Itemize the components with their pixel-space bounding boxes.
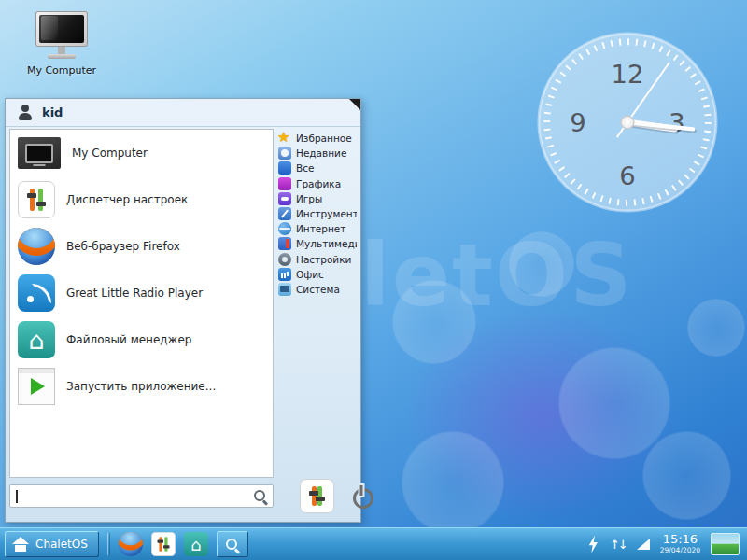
settings-sliders-icon (151, 532, 176, 556)
category-tools[interactable]: Инструменты (278, 206, 357, 221)
settings-manager-button[interactable] (300, 479, 334, 513)
workspace-switcher[interactable] (711, 533, 740, 555)
internet-globe-icon (278, 222, 291, 235)
power-icon (351, 485, 372, 506)
bokeh-circle (402, 431, 504, 534)
category-office[interactable]: Офис (278, 267, 357, 282)
taskbar-time: 15:16 (663, 533, 698, 547)
tools-icon (278, 207, 291, 220)
category-system[interactable]: Система (278, 282, 357, 297)
chaletos-logo-icon (12, 537, 29, 553)
menu-item-settings-manager[interactable]: Диспетчер настроек (10, 176, 273, 223)
category-settings[interactable]: Настройки (278, 252, 357, 267)
taskbar-clock[interactable]: 15:16 29/04/2020 (660, 533, 700, 555)
category-multimedia[interactable]: Мультимедиа (278, 236, 357, 251)
menu-item-run-program[interactable]: Запустить приложение... (10, 363, 273, 410)
multimedia-icon (278, 237, 291, 250)
star-icon (278, 132, 291, 145)
clock-number-6: 6 (619, 161, 635, 190)
category-recent[interactable]: Недавние (278, 146, 357, 161)
system-tray: ↑↓ 15:16 29/04/2020 (587, 533, 742, 555)
category-favorites[interactable]: Избранное (278, 131, 357, 146)
recent-clock-icon (278, 147, 291, 160)
whisker-menu: kid My Computer Диспетчер настроек Веб-б… (5, 98, 361, 523)
settings-gear-icon (278, 253, 291, 266)
graphics-icon (278, 177, 291, 190)
bokeh-circle (687, 299, 745, 357)
taskbar-date: 29/04/2020 (660, 547, 700, 555)
network-signal-icon[interactable] (637, 539, 650, 550)
taskbar-settings-button[interactable] (151, 532, 176, 556)
menu-item-radio-player[interactable]: Great Little Radio Player (10, 270, 273, 316)
firefox-icon (18, 228, 55, 265)
games-icon (278, 192, 291, 205)
category-internet[interactable]: Интернет (278, 221, 357, 236)
menu-resize-grip[interactable] (349, 99, 360, 110)
desktop-icon-label: My Computer (27, 64, 96, 77)
office-icon (278, 268, 291, 281)
category-graphics[interactable]: Графика (278, 176, 357, 191)
taskbar-separator (107, 533, 110, 555)
clock-number-12: 12 (612, 60, 644, 89)
run-program-icon (18, 368, 55, 405)
start-button-label: ChaletOS (35, 538, 88, 551)
menu-app-list: My Computer Диспетчер настроек Веб-брауз… (9, 129, 274, 478)
text-cursor (16, 490, 18, 503)
clock-widget: 12 3 6 9 (536, 31, 719, 214)
computer-icon (18, 137, 61, 169)
all-apps-icon (278, 161, 291, 175)
category-games[interactable]: Игры (278, 191, 357, 206)
search-input[interactable] (9, 484, 274, 508)
menu-category-list: Избранное Недавние Все Графика Игры Инст… (278, 131, 357, 297)
user-icon (17, 105, 34, 121)
home-folder-icon (184, 532, 208, 556)
bokeh-circle (642, 431, 731, 520)
radio-player-icon (18, 274, 55, 312)
network-traffic-icon[interactable]: ↑↓ (610, 539, 627, 551)
power-button[interactable] (351, 483, 372, 509)
clock-number-9: 9 (570, 108, 585, 137)
menu-footer (9, 475, 357, 516)
taskbar-file-manager-button[interactable] (184, 532, 208, 556)
category-all[interactable]: Все (278, 161, 357, 175)
system-icon (278, 283, 291, 296)
menu-item-file-manager[interactable]: Файловый менеджер (10, 316, 273, 363)
firefox-icon (119, 532, 143, 556)
start-button[interactable]: ChaletOS (5, 531, 99, 557)
menu-username: kid (42, 105, 63, 119)
taskbar: ChaletOS ↑↓ 15:16 29/04/2020 (0, 527, 747, 560)
settings-sliders-icon (18, 181, 55, 218)
search-icon (225, 538, 239, 552)
menu-header: kid (6, 99, 360, 127)
home-folder-icon (18, 321, 55, 358)
menu-item-my-computer[interactable]: My Computer (10, 130, 273, 176)
power-bolt-icon[interactable] (587, 536, 599, 553)
taskbar-search-button[interactable] (217, 531, 248, 557)
bokeh-circle (558, 347, 670, 459)
search-icon (253, 489, 267, 503)
desktop-icon-my-computer[interactable]: My Computer (17, 11, 106, 77)
computer-icon (34, 11, 90, 60)
menu-item-firefox[interactable]: Веб-браузер Firefox (10, 223, 273, 270)
taskbar-firefox-button[interactable] (119, 532, 143, 556)
